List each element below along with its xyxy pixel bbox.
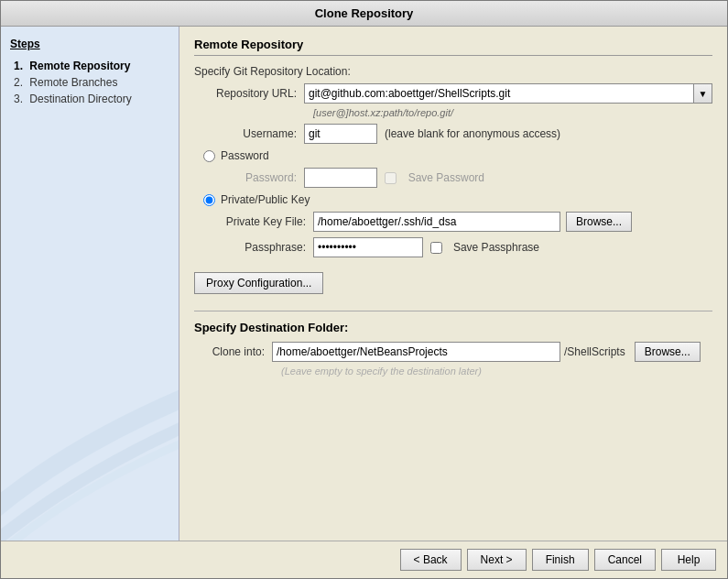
password-radio[interactable] (203, 150, 215, 162)
cancel-button[interactable]: Cancel (594, 549, 656, 571)
clone-into-suffix: /ShellScripts (564, 345, 625, 358)
sidebar-item-destination-directory[interactable]: 3. Destination Directory (10, 91, 169, 107)
clone-into-row: Clone into: /ShellScripts Browse... (194, 342, 712, 362)
steps-heading: Steps (10, 38, 169, 50)
repo-url-hint: [user@]host.xz:path/to/repo.git/ (313, 107, 712, 118)
save-passphrase-area: Save Passphrase (430, 241, 547, 254)
dialog-title: Clone Repository (1, 1, 727, 27)
private-key-label: Private Key File: (212, 215, 313, 228)
save-passphrase-checkbox[interactable] (430, 242, 442, 254)
private-key-input[interactable] (313, 212, 560, 232)
repo-url-dropdown-button[interactable]: ▼ (694, 83, 712, 104)
key-radio-row: Private/Public Key (194, 193, 712, 206)
dest-hint: (Leave empty to specify the destination … (281, 366, 712, 377)
repo-location-label: Specify Git Repository Location: (194, 65, 712, 78)
divider (194, 311, 712, 311)
footer: < Back Next > Finish Cancel Help (1, 541, 727, 578)
password-radio-row: Password (194, 149, 712, 162)
passphrase-input[interactable] (313, 237, 423, 257)
password-radio-label[interactable]: Password (221, 149, 269, 162)
back-button[interactable]: < Back (400, 549, 462, 571)
key-radio-label[interactable]: Private/Public Key (221, 193, 310, 206)
username-input[interactable] (304, 124, 377, 144)
password-input[interactable] (304, 168, 377, 188)
password-label: Password: (212, 171, 304, 184)
password-row: Password: Save Password (212, 168, 712, 188)
clone-repository-dialog: Clone Repository Steps 1. Remote Reposit… (0, 0, 728, 579)
proxy-row: Proxy Configuration... (194, 263, 712, 301)
next-button[interactable]: Next > (467, 549, 527, 571)
clone-into-label: Clone into: (194, 345, 272, 358)
sidebar: Steps 1. Remote Repository 2. Remote Bra… (1, 27, 179, 541)
save-password-checkbox[interactable] (385, 172, 397, 184)
sidebar-item-remote-branches[interactable]: 2. Remote Branches (10, 74, 169, 91)
username-label: Username: (194, 127, 304, 140)
help-button[interactable]: Help (661, 549, 716, 571)
dest-section-title: Specify Destination Folder: (194, 321, 712, 334)
sidebar-item-remote-repository[interactable]: 1. Remote Repository (10, 58, 169, 74)
passphrase-row: Passphrase: Save Passphrase (212, 237, 712, 257)
finish-button[interactable]: Finish (532, 549, 589, 571)
watermark-icon (1, 376, 179, 541)
key-radio[interactable] (203, 194, 215, 206)
private-key-row: Private Key File: Browse... (212, 212, 712, 232)
browse-key-button[interactable]: Browse... (566, 212, 632, 232)
username-row: Username: (leave blank for anonymous acc… (194, 124, 712, 144)
remote-section-title: Remote Repository (194, 38, 712, 56)
main-panel: Remote Repository Specify Git Repository… (179, 27, 727, 541)
passphrase-label: Passphrase: (212, 241, 313, 254)
repo-url-row: Repository URL: ▼ (194, 83, 712, 104)
content-area: Steps 1. Remote Repository 2. Remote Bra… (1, 27, 727, 541)
save-passphrase-label[interactable]: Save Passphrase (446, 241, 547, 254)
repo-url-label: Repository URL: (194, 87, 304, 100)
key-section: Private Key File: Browse... Passphrase: … (212, 212, 712, 257)
save-password-label[interactable]: Save Password (400, 171, 492, 184)
steps-list: 1. Remote Repository 2. Remote Branches … (10, 58, 169, 107)
proxy-configuration-button[interactable]: Proxy Configuration... (194, 272, 323, 294)
save-password-area: Save Password (385, 171, 492, 184)
browse-dest-button[interactable]: Browse... (635, 342, 701, 362)
repo-url-input[interactable] (304, 83, 694, 104)
anon-hint: (leave blank for anonymous access) (385, 127, 560, 140)
clone-into-input[interactable] (272, 342, 560, 362)
